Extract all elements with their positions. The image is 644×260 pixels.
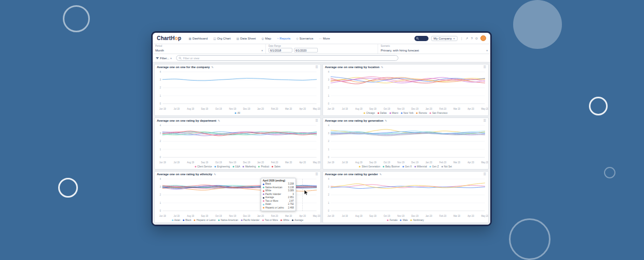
svg-text:Dec 19: Dec 19	[243, 108, 250, 110]
legend-item[interactable]: Nonbinary	[410, 219, 424, 222]
legend-item[interactable]: Hispanic or Latino	[194, 219, 216, 222]
chart-menu-icon[interactable]: ☰	[315, 66, 318, 69]
line-chart[interactable]: 01234Jun 19Jul 19Aug 19Sep 19Oct 19Nov 1…	[323, 69, 489, 111]
legend-item[interactable]: Asian	[172, 219, 181, 222]
edit-icon[interactable]: ✎	[211, 66, 213, 69]
charthop-logo[interactable]: ChartHop	[157, 35, 181, 41]
line-chart[interactable]: 01234Jun 19Jul 19Aug 19Sep 19Oct 19Nov 1…	[155, 69, 320, 111]
edit-icon[interactable]: ✎	[218, 119, 220, 122]
legend-item[interactable]: G&A	[233, 165, 240, 168]
filter-search-input[interactable]	[183, 57, 396, 60]
nav-item-org-chart[interactable]: ◫Org Chart	[213, 37, 231, 40]
svg-text:Jul 19: Jul 19	[342, 108, 348, 110]
svg-text:Nov 19: Nov 19	[397, 215, 404, 217]
edit-icon[interactable]: ✎	[385, 119, 387, 122]
svg-text:Aug 19: Aug 19	[187, 215, 194, 217]
help-icon[interactable]: ?	[471, 37, 473, 40]
legend-item[interactable]: Product	[258, 165, 269, 168]
legend-item[interactable]: Baby Boomer	[383, 165, 400, 168]
chart-legend: All	[155, 111, 320, 115]
legend-item[interactable]: Pacific Islander	[241, 219, 260, 222]
svg-text:0: 0	[160, 156, 162, 159]
settings-icon[interactable]: ⊙	[475, 36, 478, 40]
line-chart[interactable]: 01234Jun 19Jul 19Aug 19Sep 19Oct 19Nov 1…	[155, 123, 320, 165]
svg-text:Oct 19: Oct 19	[216, 108, 222, 110]
chart-menu-icon[interactable]: ☰	[484, 173, 486, 176]
company-selector[interactable]: My Company▾	[431, 36, 458, 41]
share-icon[interactable]: ↗	[466, 36, 468, 40]
scenario-value: Primary, with hiring forecast	[381, 49, 419, 52]
legend-item[interactable]: Male	[400, 219, 408, 222]
date-start-input[interactable]	[269, 48, 292, 53]
scenario-select[interactable]: Primary, with hiring forecast▾	[381, 48, 488, 53]
legend-item[interactable]: Remote	[416, 112, 427, 114]
legend-item[interactable]: White	[280, 219, 289, 222]
data-sheet-icon: ▤	[236, 37, 239, 40]
svg-text:Jan 20: Jan 20	[257, 161, 264, 164]
svg-text:2: 2	[328, 193, 329, 196]
legend-item[interactable]: Not Set	[441, 165, 452, 168]
date-end-input[interactable]	[294, 48, 318, 53]
svg-text:2: 2	[160, 86, 162, 89]
chart-menu-icon[interactable]: ☰	[484, 66, 486, 69]
global-search[interactable]	[414, 36, 428, 41]
kebab-menu-icon[interactable]: ⋮	[460, 36, 463, 40]
legend-item[interactable]: Millennial	[414, 165, 427, 168]
svg-text:Apr 20: Apr 20	[299, 161, 306, 164]
nav-item-reports[interactable]: ◔Reports	[277, 37, 290, 40]
edit-icon[interactable]: ✎	[381, 66, 383, 69]
legend-item[interactable]: Black	[183, 219, 191, 222]
nav-item-more[interactable]: ⋯More	[319, 37, 330, 40]
filter-search[interactable]	[176, 55, 398, 61]
nav-item-scenarios[interactable]: ◇Scenarios	[296, 37, 313, 40]
svg-text:Jun 19: Jun 19	[159, 108, 166, 110]
chart-menu-icon[interactable]: ☰	[315, 119, 318, 122]
svg-text:Oct 19: Oct 19	[383, 108, 390, 110]
nav-item-dashboard[interactable]: ▦Dashboard	[189, 37, 208, 40]
chart-menu-icon[interactable]: ☰	[484, 119, 486, 122]
period-select[interactable]: Month▾	[155, 48, 263, 53]
legend-item[interactable]: Engineering	[214, 165, 230, 168]
svg-text:Feb 20: Feb 20	[439, 108, 446, 110]
legend-item[interactable]: Two or More	[262, 219, 278, 222]
edit-icon[interactable]: ✎	[214, 173, 216, 176]
edit-icon[interactable]: ✎	[380, 173, 382, 176]
svg-text:Jul 19: Jul 19	[342, 215, 348, 217]
line-chart[interactable]: 01234Jun 19Jul 19Aug 19Sep 19Oct 19Nov 1…	[323, 123, 489, 165]
svg-text:Apr 20: Apr 20	[299, 108, 306, 110]
legend-item[interactable]: San Francisco	[430, 112, 447, 114]
legend-item[interactable]: Sales	[272, 165, 280, 168]
legend-item[interactable]: Chicago	[364, 112, 375, 114]
user-avatar[interactable]	[480, 35, 486, 41]
legend-item[interactable]: Dallas	[378, 112, 387, 114]
svg-text:Feb 20: Feb 20	[439, 215, 446, 217]
legend-item[interactable]: Miami	[390, 112, 398, 114]
legend-item[interactable]: New York	[401, 112, 413, 114]
svg-text:Mar 20: Mar 20	[285, 215, 292, 217]
line-chart[interactable]: 01234Jun 19Jul 19Aug 19Sep 19Oct 19Nov 1…	[323, 176, 489, 218]
svg-text:Sep 19: Sep 19	[369, 108, 377, 110]
legend-item[interactable]: Gen Z	[430, 165, 439, 168]
legend-item[interactable]: Native American	[218, 219, 238, 222]
line-chart[interactable]: 01234Jun 19Jul 19Aug 19Sep 19Oct 19Nov 1…	[155, 176, 320, 218]
legend-item[interactable]: Gen X	[403, 165, 412, 168]
legend-item[interactable]: Female	[387, 219, 397, 222]
nav-item-map[interactable]: ◎Map	[262, 37, 271, 40]
svg-text:Oct 19: Oct 19	[216, 161, 222, 164]
svg-text:0: 0	[328, 210, 329, 212]
svg-text:1: 1	[328, 148, 329, 151]
legend-item[interactable]: Client Service	[195, 165, 212, 168]
decorative-circle	[604, 167, 615, 178]
svg-text:4: 4	[328, 178, 329, 180]
legend-item[interactable]: Silent Generation	[359, 165, 380, 168]
filter-button[interactable]: Filter... ▾	[156, 57, 172, 60]
legend-item[interactable]: Marketing	[243, 165, 256, 168]
svg-text:Mar 20: Mar 20	[453, 161, 460, 164]
nav-item-data-sheet[interactable]: ▤Data Sheet	[236, 37, 256, 40]
chart-menu-icon[interactable]: ☰	[315, 173, 318, 176]
legend-item[interactable]: Average	[292, 219, 303, 222]
legend-item[interactable]: All	[235, 112, 240, 114]
svg-text:1: 1	[160, 95, 162, 97]
company-name: My Company	[434, 37, 452, 40]
svg-text:Sep 19: Sep 19	[201, 215, 208, 217]
